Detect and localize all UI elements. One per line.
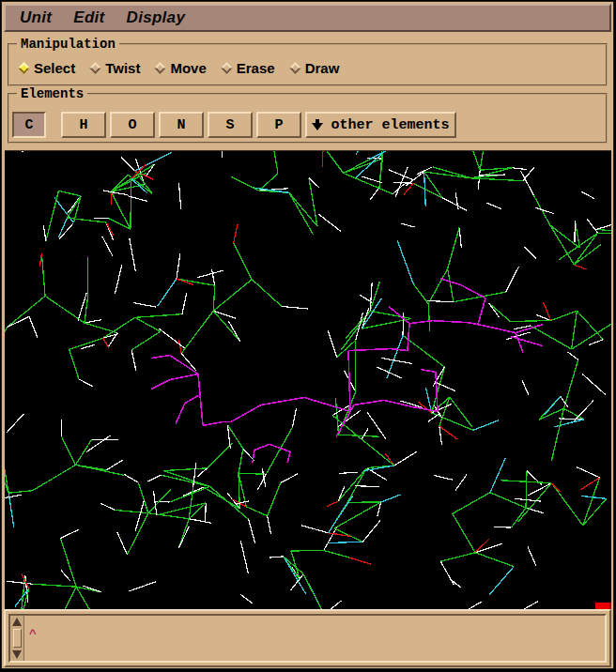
scroll-down-button[interactable] xyxy=(12,649,23,660)
radio-diamond-icon xyxy=(89,62,101,74)
menu-unit[interactable]: Unit xyxy=(20,8,52,27)
manipulation-radio-group: Select Twist Move Erase Draw xyxy=(9,51,606,84)
element-n-button[interactable]: N xyxy=(159,112,204,138)
scrollbar-thumb[interactable] xyxy=(13,629,22,648)
triangle-down-icon xyxy=(12,650,22,659)
menu-display[interactable]: Display xyxy=(127,8,186,27)
element-s-button[interactable]: S xyxy=(208,112,253,138)
command-console-panel: ^ xyxy=(4,609,611,667)
elements-frame-label: Elements xyxy=(17,86,87,101)
triangle-up-icon xyxy=(12,618,22,626)
text-caret: ^ xyxy=(29,627,37,641)
manipulation-frame-label: Manipulation xyxy=(17,37,119,52)
radio-move[interactable]: Move xyxy=(156,60,206,76)
unit-editor-window: Unit Edit Display Manipulation Select Tw… xyxy=(1,1,614,669)
elements-button-row: C H O N S P other elements xyxy=(9,108,606,142)
manipulation-frame: Manipulation Select Twist Move Erase Dra… xyxy=(8,43,608,86)
radio-twist[interactable]: Twist xyxy=(91,60,140,76)
element-o-button[interactable]: O xyxy=(110,112,155,138)
radio-diamond-icon xyxy=(289,62,301,74)
radio-diamond-icon xyxy=(221,62,233,74)
console-text-area[interactable]: ^ xyxy=(24,616,605,661)
molecule-viewport[interactable] xyxy=(5,150,611,609)
radio-select[interactable]: Select xyxy=(20,60,75,76)
scroll-up-button[interactable] xyxy=(12,617,23,627)
elements-frame: Elements C H O N S P other elements xyxy=(8,93,608,144)
radio-draw[interactable]: Draw xyxy=(291,60,340,76)
radio-diamond-icon xyxy=(18,62,30,74)
molecule-wireframe xyxy=(5,151,611,609)
down-arrow-icon xyxy=(312,119,323,130)
menu-edit[interactable]: Edit xyxy=(73,8,104,27)
element-p-button[interactable]: P xyxy=(256,112,301,138)
console-scrollbar[interactable] xyxy=(10,616,24,661)
radio-diamond-icon xyxy=(155,62,167,74)
command-console: ^ xyxy=(8,614,607,663)
other-elements-button[interactable]: other elements xyxy=(305,112,456,138)
menubar: Unit Edit Display xyxy=(4,4,611,32)
element-h-button[interactable]: H xyxy=(61,112,106,138)
element-c-button[interactable]: C xyxy=(12,112,46,138)
radio-erase[interactable]: Erase xyxy=(223,60,275,76)
